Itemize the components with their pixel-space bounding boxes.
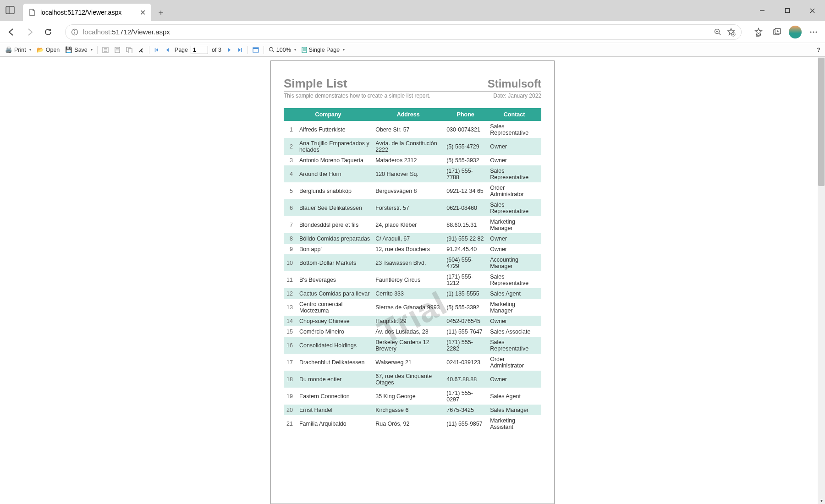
cell-company: Antonio Moreno Taquería (297, 155, 373, 165)
cell-contact: Sales Associate (487, 326, 541, 337)
profile-avatar[interactable] (787, 24, 803, 40)
table-row: 10Bottom-Dollar Markets23 Tsawassen Blvd… (284, 254, 541, 271)
row-number: 16 (284, 337, 297, 354)
cell-contact: Owner (487, 316, 541, 326)
view-mode-button[interactable]: Single Page (299, 46, 347, 54)
close-window-button[interactable] (800, 0, 825, 21)
cell-phone: (91) 555 22 82 (444, 233, 487, 244)
zoom-button[interactable]: 100% (266, 46, 298, 54)
url-path: :51712/Viewer.aspx (110, 28, 170, 36)
url-host: localhost (83, 28, 110, 36)
cell-contact: Sales Representative (487, 199, 541, 216)
svg-rect-37 (253, 48, 258, 49)
first-page-button[interactable] (152, 46, 162, 54)
browser-tab[interactable]: localhost:51712/Viewer.aspx ✕ (23, 4, 151, 21)
fullscreen-button[interactable] (250, 46, 261, 54)
cell-company: Blondesddsl père et fils (297, 216, 373, 233)
cell-company: Bólido Comidas preparadas (297, 233, 373, 244)
save-icon: 💾 (65, 46, 72, 53)
cell-contact: Sales Representative (487, 337, 541, 354)
table-row: 6Blauer See DelikatessenForsterstr. 5706… (284, 199, 541, 216)
cell-phone: 0241-039123 (444, 354, 487, 371)
page-count: of 3 (212, 47, 221, 53)
report-table: Company Address Phone Contact 1Alfreds F… (284, 108, 541, 432)
favorites-icon[interactable] (751, 24, 766, 40)
table-row: 2Ana Trujillo Emparedados y heladosAvda.… (284, 138, 541, 155)
cell-address: Hauptstr. 29 (373, 316, 444, 326)
bookmarks-icon[interactable] (100, 46, 111, 54)
svg-rect-40 (302, 47, 307, 53)
cell-address: 23 Tsawassen Blvd. (373, 254, 444, 271)
help-button[interactable]: ? (817, 47, 822, 53)
address-bar[interactable]: localhost:51712/Viewer.aspx (65, 24, 742, 40)
scrollbar-down-arrow[interactable]: ▾ (818, 497, 825, 504)
find-icon[interactable] (136, 46, 147, 54)
parameters-icon[interactable] (112, 46, 123, 54)
forward-button[interactable] (22, 24, 38, 40)
row-number: 12 (284, 288, 297, 299)
cell-address: Kirchgasse 6 (373, 405, 444, 415)
page-label: Page (175, 47, 188, 53)
report-toolbar: 🖨️Print 📂Open 💾Save Page of 3 100% Singl… (0, 43, 825, 57)
cell-contact: Accounting Manager (487, 254, 541, 271)
cell-phone: (5) 555-4729 (444, 138, 487, 155)
cell-company: Alfreds Futterkiste (297, 121, 373, 138)
close-tab-button[interactable]: ✕ (140, 8, 146, 17)
add-favorite-icon[interactable] (726, 27, 736, 37)
cell-phone: (171) 555-0297 (444, 388, 487, 405)
site-info-icon[interactable] (71, 28, 78, 36)
cell-phone: 40.67.88.88 (444, 371, 487, 388)
table-row: 15Comércio MineiroAv. dos Lusíadas, 23(1… (284, 326, 541, 337)
back-button[interactable] (4, 24, 19, 40)
svg-point-38 (269, 48, 273, 51)
new-tab-button[interactable]: ＋ (154, 5, 168, 19)
scrollbar-thumb[interactable] (818, 58, 825, 186)
row-number: 13 (284, 299, 297, 316)
cell-address: Fauntleroy Circus (373, 271, 444, 288)
minimize-button[interactable] (749, 0, 775, 21)
last-page-button[interactable] (235, 46, 245, 54)
cell-address: Rua Orós, 92 (373, 415, 444, 432)
table-row: 16Consolidated HoldingsBerkeley Gardens … (284, 337, 541, 354)
page-number-input[interactable] (191, 46, 208, 54)
cell-address: Av. dos Lusíadas, 23 (373, 326, 444, 337)
refresh-button[interactable] (40, 24, 56, 40)
cell-company: Around the Horn (297, 165, 373, 182)
table-row: 12Cactus Comidas para llevarCerrito 333(… (284, 288, 541, 299)
open-button[interactable]: 📂Open (34, 45, 62, 54)
zoom-out-icon[interactable] (714, 28, 722, 36)
more-menu-icon[interactable] (806, 24, 821, 40)
resources-icon[interactable] (124, 46, 135, 54)
report-viewport[interactable]: Simple List Stimulsoft This sample demon… (0, 57, 825, 504)
row-number: 21 (284, 415, 297, 432)
svg-rect-4 (785, 9, 789, 13)
cell-address: Berkeley Gardens 12 Brewery (373, 337, 444, 354)
table-row: 19Eastern Connection35 King George(171) … (284, 388, 541, 405)
cell-company: Bon app' (297, 244, 373, 254)
tab-layout-icon[interactable] (6, 5, 16, 16)
svg-line-11 (719, 33, 720, 35)
maximize-button[interactable] (775, 0, 800, 21)
prev-page-button[interactable] (163, 46, 172, 54)
collections-icon[interactable] (769, 24, 785, 40)
cell-company: Cactus Comidas para llevar (297, 288, 373, 299)
cell-contact: Sales Agent (487, 388, 541, 405)
save-button[interactable]: 💾Save (63, 45, 95, 54)
cell-address: Sierras de Granada 9993 (373, 299, 444, 316)
vertical-scrollbar[interactable]: ▾ (818, 57, 825, 504)
tab-title: localhost:51712/Viewer.aspx (40, 9, 121, 16)
cell-company: Du monde entier (297, 371, 373, 388)
cell-phone: 030-0074321 (444, 121, 487, 138)
th-company: Company (284, 108, 373, 121)
cell-contact: Sales Representative (487, 271, 541, 288)
report-brand: Stimulsoft (488, 77, 541, 90)
row-number: 11 (284, 271, 297, 288)
cell-company: Bottom-Dollar Markets (297, 254, 373, 271)
print-button[interactable]: 🖨️Print (3, 45, 33, 54)
cell-address: Berguvsvägen 8 (373, 182, 444, 199)
cell-contact: Owner (487, 138, 541, 155)
row-number: 3 (284, 155, 297, 165)
zoom-icon (269, 47, 275, 53)
svg-point-9 (74, 30, 75, 31)
next-page-button[interactable] (225, 46, 234, 54)
